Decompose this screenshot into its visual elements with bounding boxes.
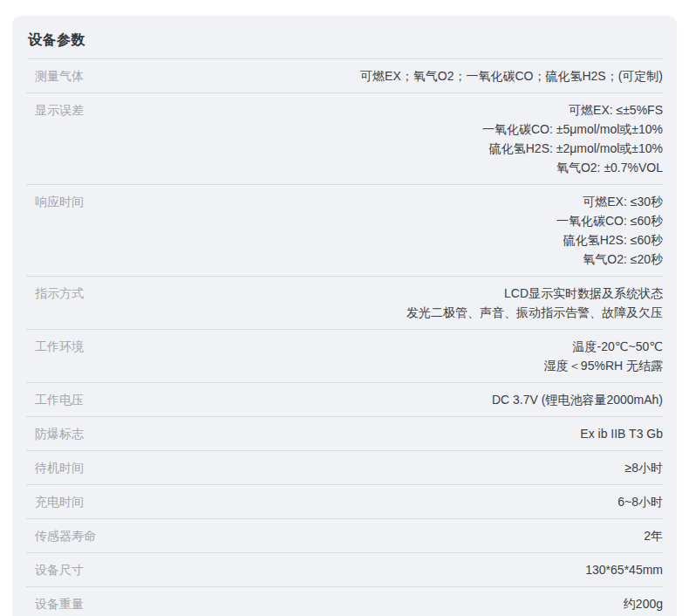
spec-value: ≥8小时	[166, 458, 663, 477]
spec-label: 防爆标志	[35, 424, 166, 443]
spec-label: 传感器寿命	[35, 526, 166, 545]
spec-row: 传感器寿命2年	[26, 519, 663, 553]
spec-value-line: 可燃EX: ≤±5%FS	[166, 100, 663, 120]
spec-label: 待机时间	[35, 458, 166, 477]
spec-value: 130*65*45mm	[166, 560, 663, 579]
spec-value: 可燃EX: ≤±5%FS一氧化碳CO: ±5μmol/mol或±10%硫化氢H2…	[166, 100, 663, 177]
page: 设备参数 测量气体可燃EX；氧气O2；一氧化碳CO；硫化氢H2S；(可定制)显示…	[0, 0, 689, 616]
spec-value-line: 可燃EX: ≤30秒	[166, 192, 663, 211]
spec-row: 设备尺寸130*65*45mm	[26, 553, 663, 587]
spec-table: 测量气体可燃EX；氧气O2；一氧化碳CO；硫化氢H2S；(可定制)显示误差可燃E…	[26, 59, 663, 616]
spec-value-line: DC 3.7V (锂电池容量2000mAh)	[166, 390, 663, 409]
spec-label: 指示方式	[35, 284, 166, 303]
spec-label: 工作电压	[35, 390, 166, 409]
spec-value-line: 氧气O2: ±0.7%VOL	[166, 158, 663, 177]
spec-value: 约200g	[166, 594, 663, 613]
spec-label: 测量气体	[35, 66, 166, 86]
spec-value-line: 硫化氢H2S: ≤60秒	[166, 230, 663, 250]
spec-row: 设备重量约200g	[26, 587, 663, 616]
spec-value: LCD显示实时数据及系统状态发光二极管、声音、振动指示告警、故障及欠压	[166, 284, 663, 322]
spec-value: 6~8小时	[166, 492, 663, 511]
spec-value-line: ≥8小时	[166, 458, 663, 477]
spec-value: 可燃EX: ≤30秒一氧化碳CO: ≤60秒硫化氢H2S: ≤60秒氧气O2: …	[166, 192, 663, 269]
spec-label: 设备尺寸	[35, 560, 166, 579]
spec-value: 温度-20℃~50℃湿度＜95%RH 无结露	[166, 337, 663, 375]
section-title: 设备参数	[28, 31, 663, 59]
spec-value-line: 2年	[166, 526, 663, 545]
spec-row: 工作电压DC 3.7V (锂电池容量2000mAh)	[26, 383, 663, 417]
device-parameters-card: 设备参数 测量气体可燃EX；氧气O2；一氧化碳CO；硫化氢H2S；(可定制)显示…	[12, 16, 677, 616]
spec-value-line: 一氧化碳CO: ≤60秒	[166, 211, 663, 230]
spec-value-line: 温度-20℃~50℃	[166, 337, 663, 356]
spec-label: 响应时间	[35, 192, 166, 211]
spec-value-line: 发光二极管、声音、振动指示告警、故障及欠压	[166, 303, 663, 322]
spec-row: 测量气体可燃EX；氧气O2；一氧化碳CO；硫化氢H2S；(可定制)	[26, 59, 663, 93]
spec-row: 工作环境温度-20℃~50℃湿度＜95%RH 无结露	[26, 330, 663, 383]
spec-value-line: 硫化氢H2S: ±2μmol/mol或±10%	[166, 139, 663, 158]
spec-value-line: 一氧化碳CO: ±5μmol/mol或±10%	[166, 120, 663, 139]
spec-label: 显示误差	[35, 100, 166, 120]
spec-value-line: 130*65*45mm	[166, 560, 663, 579]
spec-value: Ex ib IIB T3 Gb	[166, 424, 663, 443]
spec-value: 可燃EX；氧气O2；一氧化碳CO；硫化氢H2S；(可定制)	[166, 66, 663, 86]
spec-value: DC 3.7V (锂电池容量2000mAh)	[166, 390, 663, 409]
spec-value-line: Ex ib IIB T3 Gb	[166, 424, 663, 443]
spec-value-line: 氧气O2: ≤20秒	[166, 250, 663, 269]
spec-value: 2年	[166, 526, 663, 545]
spec-label: 充电时间	[35, 492, 166, 511]
spec-row: 待机时间≥8小时	[26, 451, 663, 485]
spec-row: 充电时间6~8小时	[26, 485, 663, 519]
spec-row: 显示误差可燃EX: ≤±5%FS一氧化碳CO: ±5μmol/mol或±10%硫…	[26, 93, 663, 185]
spec-value-line: LCD显示实时数据及系统状态	[166, 284, 663, 303]
spec-row: 指示方式LCD显示实时数据及系统状态发光二极管、声音、振动指示告警、故障及欠压	[26, 277, 663, 330]
spec-value-line: 约200g	[166, 594, 663, 613]
spec-label: 工作环境	[35, 337, 166, 356]
spec-row: 防爆标志Ex ib IIB T3 Gb	[26, 417, 663, 451]
spec-row: 响应时间可燃EX: ≤30秒一氧化碳CO: ≤60秒硫化氢H2S: ≤60秒氧气…	[26, 185, 663, 277]
spec-value-line: 可燃EX；氧气O2；一氧化碳CO；硫化氢H2S；(可定制)	[166, 66, 663, 86]
spec-value-line: 6~8小时	[166, 492, 663, 511]
spec-label: 设备重量	[35, 594, 166, 613]
spec-value-line: 湿度＜95%RH 无结露	[166, 356, 663, 375]
